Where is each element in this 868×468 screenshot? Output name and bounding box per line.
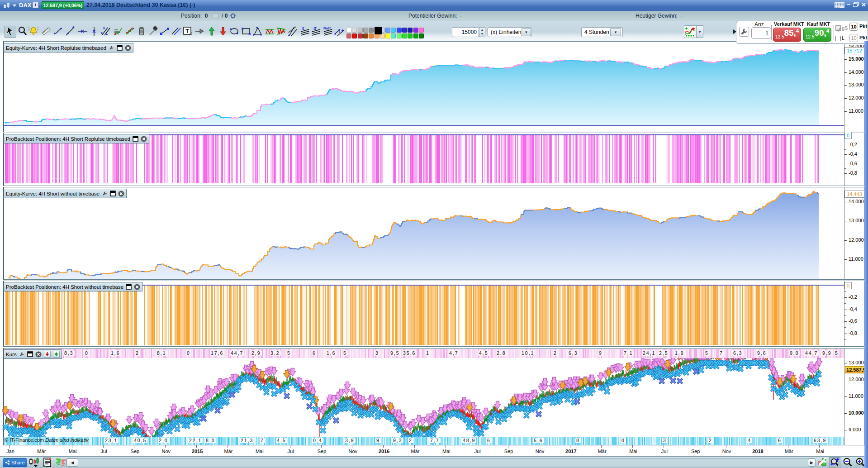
svg-text:Raff: Raff [323, 26, 331, 30]
svg-text:T: T [185, 28, 189, 34]
svg-text:ε: ε [302, 26, 304, 31]
svg-text:σ: σ [313, 26, 317, 31]
